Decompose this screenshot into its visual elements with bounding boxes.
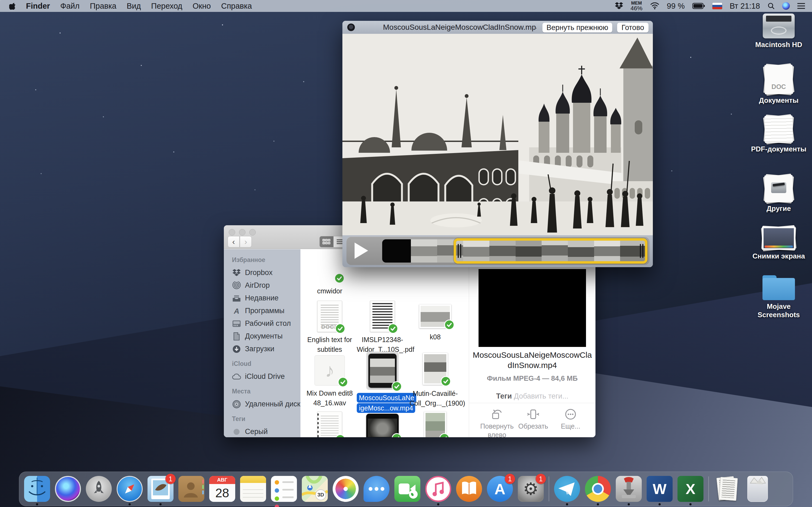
- close-button[interactable]: [229, 229, 235, 235]
- dock-item-system-preferences[interactable]: ⚙ 1: [518, 476, 544, 502]
- dock-item-trash[interactable]: [745, 476, 771, 502]
- file-item-k08[interactable]: k08: [409, 304, 461, 342]
- dock-separator: [708, 476, 709, 501]
- minimize-button[interactable]: [239, 229, 246, 235]
- sidebar-item-airdrop[interactable]: AirDrop: [232, 279, 300, 292]
- dock-item-excel[interactable]: X: [677, 476, 704, 502]
- wifi-icon[interactable]: [650, 2, 659, 9]
- dock-item-contacts[interactable]: [179, 476, 204, 502]
- notification-center-icon[interactable]: [797, 3, 805, 9]
- desktop-icon-mojave-screenshots[interactable]: MojaveScreenshots: [748, 275, 810, 319]
- file-item-english-text[interactable]: DOCX English text forsubtitles: [304, 301, 355, 354]
- dropbox-status-icon[interactable]: [615, 2, 623, 10]
- more-action[interactable]: Еще...: [550, 407, 591, 431]
- desktop-folder-icon: [232, 320, 241, 327]
- menu-app-name[interactable]: Finder: [26, 2, 50, 10]
- menu-clock[interactable]: Вт 21:18: [730, 2, 760, 10]
- menu-help[interactable]: Справка: [221, 2, 252, 10]
- sidebar-item-label: Рабочий стол: [245, 319, 291, 328]
- record-close-icon[interactable]: [347, 23, 355, 31]
- desktop-icon-documents-stack[interactable]: DOC Документы: [748, 65, 810, 105]
- file-label: Mutin-Cavaillé-Coll_Org..._(1900): [409, 389, 461, 408]
- file-item-mutin-cavaille[interactable]: Mutin-Cavaillé-Coll_Org..._(1900): [409, 353, 461, 408]
- hard-drive-icon: [763, 13, 795, 39]
- view-grid-button[interactable]: [319, 236, 334, 247]
- rotate-left-action[interactable]: Повернутьвлево: [477, 407, 517, 437]
- trim-action[interactable]: Обрезать: [513, 407, 554, 431]
- sidebar-item-recents[interactable]: Недавние: [232, 292, 300, 304]
- sidebar-item-desktop[interactable]: Рабочий стол: [232, 317, 300, 330]
- maps-3d-dial: 3D: [315, 490, 326, 500]
- airdrop-icon: [232, 281, 241, 290]
- sidebar-item-documents[interactable]: Документы: [232, 330, 300, 343]
- sidebar-item-label: iCloud Drive: [245, 372, 285, 381]
- memory-status[interactable]: MEM46%: [631, 1, 643, 11]
- dock-item-notes[interactable]: [240, 476, 266, 502]
- dock-item-calendar[interactable]: АВГ 28: [209, 476, 235, 502]
- desktop-icon-pdf-documents[interactable]: PDF-документы: [748, 116, 810, 153]
- desktop-icon-others[interactable]: Другие: [748, 175, 810, 213]
- documents-stack-icon: [714, 476, 740, 502]
- sidebar-item-icloud-drive[interactable]: iCloud Drive: [232, 370, 300, 383]
- preview-video-thumbnail[interactable]: [478, 269, 586, 347]
- recents-tray-icon: [232, 294, 241, 302]
- file-item-imslp-pdf[interactable]: IMSLP12348-Widor_T...10S_.pdf: [357, 301, 408, 354]
- zoom-button[interactable]: [249, 229, 256, 235]
- dock-item-itunes[interactable]: [425, 476, 451, 502]
- done-button[interactable]: Готово: [617, 23, 649, 33]
- dock-item-safari[interactable]: [117, 476, 143, 502]
- dock-item-word[interactable]: W: [647, 476, 673, 502]
- dock-item-mail[interactable]: 1: [148, 476, 173, 502]
- menu-window[interactable]: Окно: [193, 2, 211, 10]
- dock-item-siri[interactable]: [55, 476, 81, 502]
- sidebar-item-tag-gray[interactable]: Серый: [232, 425, 300, 437]
- trim-end-handle[interactable]: [640, 244, 643, 258]
- menu-edit[interactable]: Правка: [90, 2, 116, 10]
- battery-icon[interactable]: [692, 3, 705, 9]
- file-item-osnovnye-pdf[interactable]: osnovnye-element...gana.pdf: [304, 411, 355, 437]
- sidebar-item-label: Программы: [245, 306, 285, 315]
- menu-go[interactable]: Переход: [151, 2, 182, 10]
- dock-item-photos[interactable]: [333, 476, 359, 502]
- file-item-paris-mp4[interactable]: Paris_Exposition_1900-iBV...Po.mp4: [357, 414, 408, 437]
- file-item-sepultuur[interactable]: Sepultuur_Cavaille_Coll: [409, 411, 461, 437]
- system-preferences-badge: 1: [536, 474, 546, 484]
- sidebar-item-downloads[interactable]: Загрузки: [232, 343, 300, 355]
- dock-item-facetime[interactable]: [394, 476, 420, 502]
- forward-button[interactable]: ›: [240, 236, 252, 247]
- back-button[interactable]: ‹: [227, 236, 240, 247]
- dock-item-transmission[interactable]: [616, 476, 642, 502]
- trim-start-handle[interactable]: [458, 244, 461, 258]
- desktop-icon-macintosh-hd[interactable]: Macintosh HD: [748, 13, 810, 49]
- siri-menu-icon[interactable]: [782, 2, 790, 10]
- dock-item-reminders[interactable]: [271, 476, 297, 502]
- dock-item-downloads-stack[interactable]: [714, 476, 740, 502]
- sidebar-item-remote-disc[interactable]: Удаленный диск: [232, 398, 300, 410]
- movie-still-moscow-snow: [342, 34, 653, 235]
- dock-item-appstore[interactable]: A 1: [487, 476, 513, 502]
- play-button[interactable]: [354, 242, 368, 259]
- dock-item-finder[interactable]: [24, 476, 50, 502]
- sidebar-item-applications[interactable]: A Программы: [232, 304, 300, 317]
- apple-menu[interactable]: [9, 2, 16, 10]
- desktop-icon-screenshots[interactable]: Снимки экрана: [748, 227, 810, 261]
- trim-selection-region[interactable]: [454, 238, 648, 264]
- dock-item-maps[interactable]: 3D: [302, 476, 328, 502]
- sidebar-item-label: Документы: [245, 332, 283, 340]
- dock-item-messages[interactable]: [363, 476, 390, 502]
- dock-item-launchpad[interactable]: [86, 476, 112, 502]
- add-tags-field[interactable]: Добавить теги...: [514, 392, 568, 400]
- menu-file[interactable]: Файл: [60, 2, 80, 10]
- file-item-moscou-mp4-selected[interactable]: MoscouSousLaNeigeMosc...ow.mp4: [357, 351, 408, 413]
- menu-view[interactable]: Вид: [127, 2, 141, 10]
- video-file-icon: [368, 354, 397, 388]
- file-item-cmwidor[interactable]: cmwidor: [304, 276, 355, 296]
- dock-item-telegram[interactable]: [554, 476, 580, 502]
- input-language-flag-ru[interactable]: [712, 3, 722, 9]
- spotlight-search-icon[interactable]: [768, 2, 775, 9]
- revert-button[interactable]: Вернуть прежнюю: [543, 23, 612, 33]
- dock-item-books[interactable]: [456, 476, 482, 502]
- dock-item-chrome[interactable]: [585, 476, 611, 502]
- file-item-mixdown-wav[interactable]: ♪ Mix Down edit848_16.wav: [304, 355, 355, 408]
- sidebar-item-dropbox[interactable]: Dropbox: [232, 266, 300, 279]
